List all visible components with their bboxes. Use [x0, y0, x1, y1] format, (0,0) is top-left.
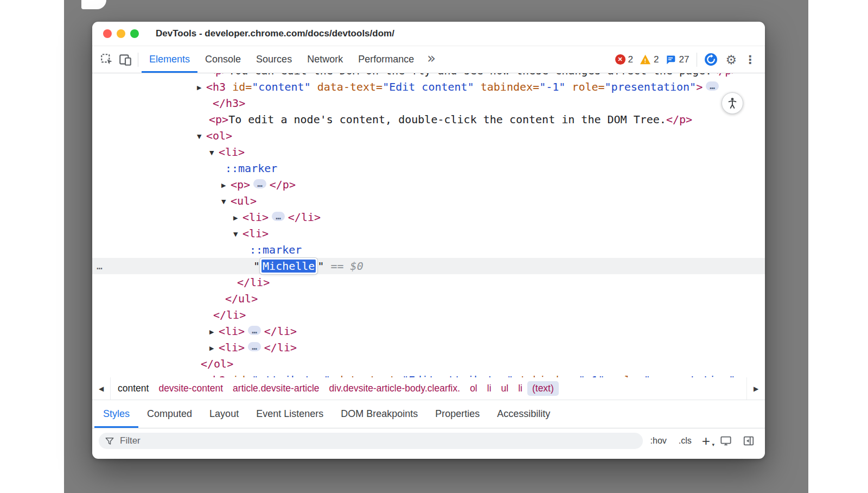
dom-tree-row[interactable]: </ol>	[92, 356, 765, 372]
inspect-element-button[interactable]	[98, 50, 116, 69]
dom-tree-row[interactable]: ▶<p>…</p>	[92, 176, 765, 193]
dom-token-tag: >	[696, 80, 703, 93]
toolbar-divider	[697, 53, 697, 67]
tab-sources[interactable]: Sources	[248, 46, 299, 73]
toggle-sidebar-button[interactable]	[739, 435, 758, 447]
dom-tree-row[interactable]: </h3>	[92, 95, 765, 111]
dom-tree-row[interactable]: </li>	[92, 274, 765, 290]
inline-expand-icon[interactable]: …	[272, 212, 285, 221]
breadcrumb-bar: ◀ contentdevsite-contentarticle.devsite-…	[92, 377, 765, 400]
dom-token-val: "content"	[252, 80, 310, 93]
dom-tree-row[interactable]: ▼<li>	[92, 144, 765, 160]
dom-tree-row[interactable]: <p>You can edit the DOM on the fly and s…	[92, 73, 765, 79]
collapsed-arrow-icon[interactable]: ▶	[197, 373, 206, 377]
inline-expand-icon[interactable]: …	[706, 81, 719, 91]
dom-token-tag: <h3	[206, 374, 226, 377]
element-classes-button[interactable]: .cls	[674, 436, 696, 446]
tab-console[interactable]: Console	[197, 46, 248, 73]
toggle-element-state-button[interactable]: :hov	[646, 436, 671, 446]
minimize-window-button[interactable]	[117, 29, 125, 38]
breadcrumb-scroll-right-button[interactable]: ▶	[746, 377, 765, 400]
new-style-rule-button[interactable]: + ▾	[699, 434, 713, 448]
expanded-arrow-icon[interactable]: ▼	[197, 129, 206, 145]
dom-token-tag: </li>	[288, 211, 321, 224]
collapsed-arrow-icon[interactable]: ▶	[221, 178, 231, 194]
plus-icon: +	[702, 433, 710, 449]
sidebar-tab-computed[interactable]: Computed	[138, 400, 201, 428]
dom-token-tag: <ol>	[206, 129, 232, 142]
dom-tree-row[interactable]: ▶<h3 id="content" data-text="Edit conten…	[92, 79, 765, 95]
dom-tree-row[interactable]: ▼<li>	[92, 225, 765, 242]
breadcrumb-item-selected[interactable]: (text)	[527, 381, 559, 396]
close-window-button[interactable]	[103, 29, 112, 38]
dom-tree-row[interactable]: <p>To edit a node's content, double-clic…	[92, 111, 765, 128]
sidebar-tab-layout[interactable]: Layout	[201, 400, 247, 428]
tab-elements[interactable]: Elements	[142, 46, 197, 73]
breadcrumb-item[interactable]: li	[482, 381, 496, 396]
toggle-device-toolbar-button[interactable]	[116, 50, 135, 69]
device-toolbar-icon	[118, 53, 132, 67]
tab-performance[interactable]: Performance	[350, 46, 422, 73]
sidebar-tab-accessibility[interactable]: Accessibility	[488, 400, 559, 428]
sidebar-tab-dom-breakpoints[interactable]: DOM Breakpoints	[332, 400, 426, 428]
issues-bubble-icon	[665, 54, 676, 65]
collapsed-arrow-icon[interactable]: ▶	[209, 340, 219, 357]
accessibility-floating-button[interactable]	[722, 92, 743, 114]
collapsed-arrow-icon[interactable]: ▶	[197, 80, 206, 96]
dom-tree-row[interactable]: ::marker	[92, 242, 765, 258]
window-titlebar: DevTools - developer.chrome.com/docs/dev…	[92, 22, 765, 46]
sidebar-tab-styles[interactable]: Styles	[94, 400, 138, 428]
breadcrumb-scroll-left-button[interactable]: ◀	[92, 377, 111, 400]
dom-tree-row[interactable]: ▶<h3 id="attributes" data-text="Edit att…	[92, 372, 765, 377]
dom-tree-row[interactable]: ▶<li>…</li>	[92, 209, 765, 225]
zoom-window-button[interactable]	[130, 29, 139, 38]
collapsed-arrow-icon[interactable]: ▶	[209, 324, 219, 340]
dom-tree-row[interactable]: ▼<ol>	[92, 128, 765, 144]
sync-extension-button[interactable]	[700, 53, 722, 66]
dom-tree-row[interactable]: ▶<li>…</li>	[92, 323, 765, 339]
dom-token-attr: role=	[605, 374, 644, 377]
settings-button[interactable]: ⚙	[722, 53, 741, 67]
breadcrumb-item[interactable]: article.devsite-article	[228, 381, 324, 396]
styles-filter-input[interactable]	[119, 435, 637, 447]
sidebar-tab-event-listeners[interactable]: Event Listeners	[247, 400, 332, 428]
dom-token-attr: tabindex=	[474, 80, 539, 93]
dom-token-tag: <p>	[231, 178, 250, 191]
expanded-arrow-icon[interactable]: ▼	[221, 194, 231, 210]
editing-text-node-selection[interactable]: Michelle	[261, 260, 316, 273]
monitor-icon	[720, 435, 732, 447]
issues-badge[interactable]: 27	[663, 54, 693, 65]
breadcrumb-item[interactable]: li	[513, 381, 527, 396]
dom-tree-row[interactable]: ▼<ul>	[92, 193, 765, 209]
dom-tree-row[interactable]: ▶<li>…</li>	[92, 339, 765, 356]
error-x-glyph: ✕	[617, 56, 622, 63]
expanded-arrow-icon[interactable]: ▼	[233, 226, 242, 243]
collapsed-arrow-icon[interactable]: ▶	[233, 210, 242, 226]
inline-expand-icon[interactable]: …	[248, 342, 261, 351]
errors-badge[interactable]: ✕ 2	[613, 54, 637, 65]
breadcrumb-item[interactable]: content	[113, 381, 154, 396]
dom-tree-row[interactable]: ::marker	[92, 160, 765, 176]
dom-tree-row-selected[interactable]: …"Michelle" == $0	[92, 258, 765, 274]
breadcrumb-item[interactable]: ul	[496, 381, 514, 396]
inline-expand-icon[interactable]: …	[248, 326, 261, 335]
main-menu-button[interactable]: ⋮	[741, 53, 760, 66]
breadcrumb-item[interactable]: ol	[465, 381, 482, 396]
dom-token-tag: <p>	[209, 113, 228, 126]
warnings-badge[interactable]: ! 2	[637, 54, 663, 65]
tab-network[interactable]: Network	[299, 46, 350, 73]
error-count: 2	[628, 54, 633, 65]
breadcrumb-item[interactable]: devsite-content	[154, 381, 228, 396]
caret-down-icon: ▾	[712, 443, 714, 447]
breadcrumb-item[interactable]: div.devsite-article-body.clearfix.	[324, 381, 465, 396]
expanded-arrow-icon[interactable]: ▼	[209, 145, 219, 161]
dom-tree-row[interactable]: </li>	[92, 307, 765, 323]
sidebar-tab-properties[interactable]: Properties	[426, 400, 488, 428]
rendering-emulation-button[interactable]	[716, 435, 736, 447]
dom-token-tag: <li>	[219, 325, 245, 338]
inline-expand-icon[interactable]: …	[253, 179, 266, 188]
styles-filter-field[interactable]	[99, 433, 643, 449]
more-panels-button[interactable]: »	[422, 51, 441, 68]
chevron-left-icon: ◀	[99, 385, 104, 393]
dom-tree-row[interactable]: </ul>	[92, 290, 765, 307]
